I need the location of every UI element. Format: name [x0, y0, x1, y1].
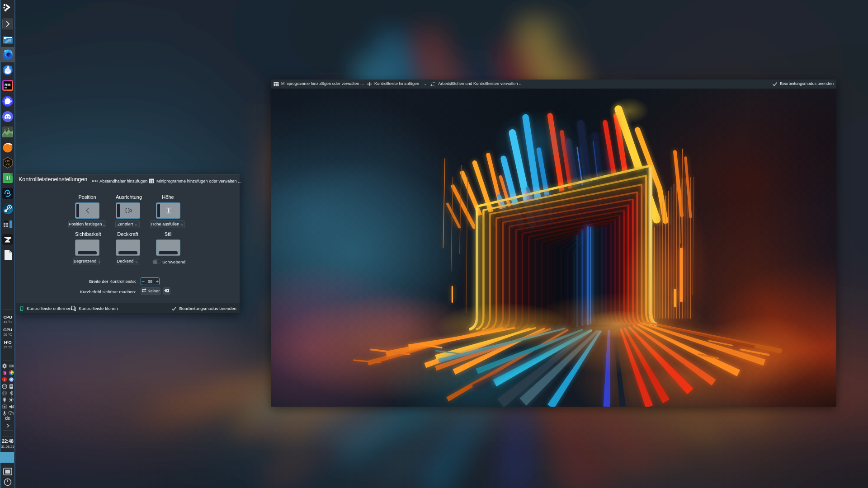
svg-text:RM: RM: [5, 83, 10, 87]
svg-text:VII: VII: [6, 163, 9, 166]
svg-text:OKB: OKB: [9, 365, 14, 367]
svg-text:!: !: [4, 378, 5, 381]
svg-text:CIV: CIV: [5, 160, 10, 163]
